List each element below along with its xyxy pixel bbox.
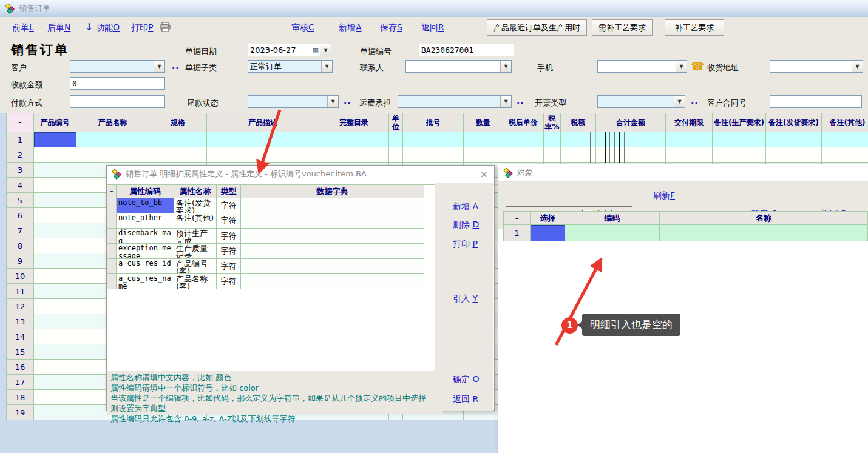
grid-col-header[interactable]: 合计金额 — [596, 113, 666, 132]
grid-col-header[interactable]: 备注(发货要求) — [766, 113, 822, 132]
grid-cell[interactable] — [713, 132, 766, 147]
toolbar-button-1[interactable]: 需补工艺要求 — [592, 19, 653, 36]
chevron-down-icon[interactable]: ▼ — [500, 61, 511, 72]
toolbar-link-O[interactable]: 功能O — [96, 22, 120, 33]
ship-address-combo[interactable]: ▼ — [770, 60, 863, 73]
printer-icon[interactable] — [159, 22, 171, 32]
grid-col-header[interactable]: 税额 — [561, 113, 596, 132]
refresh-link[interactable]: 刷新F — [653, 190, 675, 201]
grid-cell[interactable] — [34, 193, 76, 208]
object-name-cell[interactable] — [660, 225, 868, 241]
grid-cell[interactable] — [34, 269, 76, 284]
toolbar-link-P[interactable]: 打印P — [131, 22, 153, 33]
toolbar-link-S[interactable]: 保存S — [380, 22, 402, 33]
toolbar-link-R[interactable]: 返回R — [421, 22, 444, 33]
chevron-down-icon[interactable]: ▼ — [500, 96, 511, 107]
chevron-down-icon[interactable]: ▼ — [674, 96, 685, 107]
grid-cell[interactable] — [34, 253, 76, 269]
attr-D-link[interactable]: 删除 D — [453, 220, 479, 230]
grid-cell[interactable] — [464, 147, 503, 163]
grid-cell[interactable] — [822, 132, 868, 147]
attr-code-cell[interactable]: disembark_mag — [117, 229, 174, 244]
attr-dict-cell[interactable] — [241, 213, 424, 229]
customer-combo[interactable]: ▼ — [70, 60, 165, 73]
object-col-header[interactable]: 名称 — [660, 212, 868, 225]
invoice-type-combo[interactable]: ▼ — [597, 95, 685, 108]
grid-cell[interactable] — [503, 147, 544, 163]
grid-cell[interactable] — [666, 132, 713, 147]
grid-cell[interactable] — [34, 238, 76, 253]
grid-cell[interactable] — [544, 147, 561, 163]
grid-cell[interactable] — [34, 360, 76, 375]
grid-col-header[interactable]: 规格 — [149, 113, 207, 132]
attr-col-header[interactable]: 属性名称 — [174, 185, 217, 198]
chevron-down-icon[interactable]: ▼ — [676, 61, 687, 72]
grid-col-header[interactable]: 数量 — [464, 113, 503, 132]
grid-cell[interactable] — [34, 390, 76, 405]
grid-cell[interactable] — [34, 178, 76, 193]
grid-cell[interactable] — [34, 163, 76, 178]
grid-col-header[interactable]: 交付期限 — [666, 113, 713, 132]
toolbar-link-N[interactable]: 后单N — [47, 22, 70, 33]
attr-name-cell[interactable]: 产品编号(客) — [174, 259, 217, 274]
grid-cell[interactable] — [561, 132, 596, 147]
grid-col-header[interactable]: 批号 — [403, 113, 464, 132]
object-col-header[interactable]: 编码 — [565, 212, 660, 225]
grid-col-header[interactable]: 税率% — [544, 113, 561, 132]
grid-cell[interactable] — [319, 132, 389, 147]
grid-cell[interactable] — [76, 132, 149, 147]
grid-cell[interactable] — [34, 405, 76, 420]
attr-P-link[interactable]: 打印 P — [453, 239, 478, 250]
attr-dict-cell[interactable] — [241, 259, 424, 274]
freight-bearer-dots[interactable]: .. — [517, 96, 524, 106]
close-icon[interactable]: × — [480, 169, 488, 180]
attr-type-cell[interactable]: 字符型 — [217, 213, 241, 229]
doc-no-input[interactable] — [419, 44, 514, 56]
grid-col-header[interactable]: 单位 — [389, 113, 403, 132]
grid-cell[interactable] — [149, 147, 207, 163]
grid-cell[interactable] — [596, 147, 666, 163]
grid-cell[interactable] — [207, 147, 319, 163]
grid-cell[interactable] — [149, 132, 207, 147]
attr-dialog-titlebar[interactable]: 销售订单 明细扩展属性定义 - 属性定义 - 标识编号voucher.item.… — [107, 166, 494, 183]
attr-type-cell[interactable]: 字符型 — [217, 198, 241, 213]
grid-cell[interactable] — [544, 132, 561, 147]
object-code-cell[interactable] — [565, 225, 660, 241]
chevron-down-icon[interactable]: ▼ — [321, 61, 332, 72]
attr-dict-cell[interactable] — [241, 244, 424, 259]
toolbar-button-0[interactable]: 产品最近订单及生产用时 — [487, 19, 587, 36]
phone-icon[interactable]: ☎ — [691, 60, 704, 72]
payment-method-input[interactable] — [70, 95, 165, 108]
toolbar-button-2[interactable]: 补工艺要求 — [665, 19, 724, 36]
attr-Y-link[interactable]: 引入 Y — [453, 294, 478, 304]
object-col-header[interactable]: - — [504, 212, 531, 225]
toolbar-link-C[interactable]: 审核C — [291, 22, 314, 33]
grid-col-header[interactable]: 完整目录 — [319, 113, 389, 132]
attr-code-cell[interactable]: note_to_bb — [117, 198, 174, 213]
grid-cell[interactable] — [596, 132, 666, 147]
attr-type-cell[interactable]: 字符型 — [217, 259, 241, 274]
grid-cell[interactable] — [34, 375, 76, 390]
grid-col-header[interactable]: 产品名称 — [76, 113, 149, 132]
attr-name-cell[interactable]: 备注(其他) — [174, 213, 217, 229]
invoice-type-dots[interactable]: .. — [691, 96, 699, 106]
chevron-down-icon[interactable]: ▼ — [320, 44, 331, 56]
attr-A-link[interactable]: 新增 A — [453, 201, 478, 212]
attr-dict-cell[interactable] — [241, 198, 424, 213]
grid-col-header[interactable]: 备注(生产要求) — [713, 113, 766, 132]
attr-code-cell[interactable]: a_cus_res_id — [117, 259, 174, 274]
grid-col-header[interactable]: 产品编号 — [34, 113, 76, 132]
grid-cell[interactable] — [666, 147, 713, 163]
freight-bearer-combo[interactable]: ▼ — [398, 95, 512, 108]
attr-col-header[interactable]: 数据字典 — [241, 185, 424, 198]
grid-cell[interactable] — [34, 284, 76, 299]
attr-ok-link[interactable]: 确定 O — [453, 374, 479, 385]
attr-col-header[interactable]: 类型 — [217, 185, 241, 198]
grid-col-header[interactable]: - — [7, 113, 34, 132]
attr-dict-cell[interactable] — [241, 274, 424, 289]
object-dialog-titlebar[interactable]: 对象 — [498, 164, 868, 182]
doc-date-picker[interactable]: 2023-06-27▦▼ — [248, 44, 331, 56]
grid-cell[interactable] — [34, 147, 76, 163]
object-col-header[interactable]: 选择 — [531, 212, 565, 225]
grid-cell[interactable] — [713, 147, 766, 163]
